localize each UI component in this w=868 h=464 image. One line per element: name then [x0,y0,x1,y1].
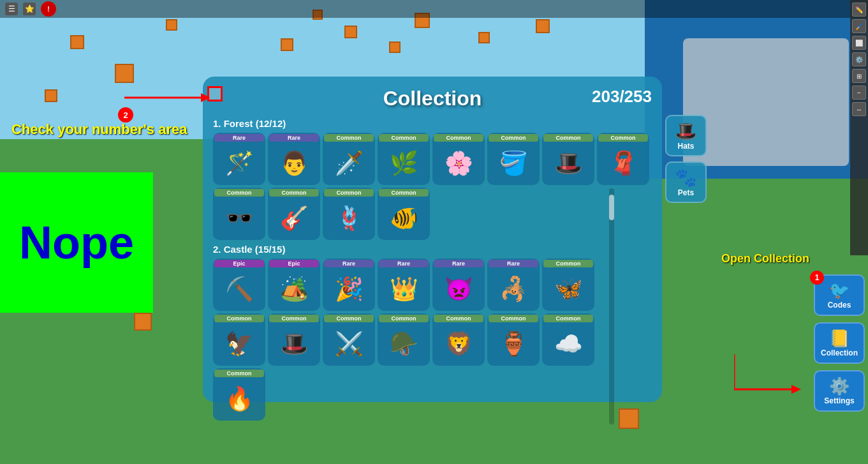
castle-item-r2-4[interactable]: Common 🦁 [432,313,485,366]
nope-box: Nope [0,172,153,313]
castle-item-r1-2[interactable]: Rare 🎉 [323,258,375,311]
collection-panel: Collection 203/253 🎩 Hats 🐾 Pets 1. Fore… [203,77,662,402]
item-icon: 👑 [390,269,418,310]
item-icon: 🎩 [280,324,309,364]
item-rarity: Common [489,315,538,322]
section2-label: 2. Castle (15/15) [213,244,652,255]
item-icon: 🦅 [225,324,254,364]
forest-item-1[interactable]: Rare 👨 [268,133,320,185]
item-icon: 🎩 [554,143,583,184]
castle-item-r2-6[interactable]: Common ☁️ [542,313,594,366]
castle-item-r1-5[interactable]: Rare 🦂 [487,258,540,311]
item-icon: 🦂 [499,269,528,310]
toolbar-paint[interactable]: 🖌️ [852,19,866,33]
item-icon: 🔥 [225,378,254,419]
deco-block [478,32,490,43]
item-rarity: Common [489,134,538,142]
item-icon: 🐠 [390,198,418,239]
collection-count: 203/253 [592,87,652,107]
item-rarity: Common [543,315,593,322]
open-collection-label: Open Collection [721,252,809,266]
castle-item-r2-1[interactable]: Common 🎩 [268,313,320,366]
item-rarity: Common [269,189,319,197]
forest-item-2[interactable]: Common 🗡️ [323,133,375,185]
right-toolbar: ✏️ 🖌️ ⬜ ⚙️ ⊞ − ↔ [850,0,868,255]
hats-tab[interactable]: 🎩 Hats [665,115,707,156]
pets-label: Pets [678,188,694,197]
castle-item-r1-4[interactable]: Rare 👿 [432,258,485,311]
item-rarity: Common [269,315,319,322]
forest-item-9[interactable]: Common 🎸 [268,188,320,240]
item-icon: 🗡️ [335,143,364,184]
item-icon: 🪄 [225,143,254,184]
scrollbar[interactable] [609,188,614,424]
item-rarity: Common [324,134,374,142]
toolbar-minus[interactable]: − [852,86,866,100]
forest-item-7[interactable]: Common 🧣 [597,133,649,185]
castle-items-grid3: Common 🔥 [213,368,652,421]
settings-button[interactable]: ⚙️ Settings [814,370,865,412]
item-rarity: Epic [269,260,319,267]
item-icon: 🪢 [335,198,364,239]
item-rarity: Epic [214,260,264,267]
deco-block [344,26,357,38]
menu-icon[interactable]: ☰ [5,3,18,15]
castle-item-r1-1[interactable]: Epic 🏕️ [268,258,320,311]
toolbar-box[interactable]: ⬜ [852,36,866,50]
forest-item-11[interactable]: Common 🐠 [378,188,430,240]
toolbar-grid[interactable]: ⊞ [852,69,866,83]
castle-item-r1-3[interactable]: Rare 👑 [378,258,430,311]
castle-item-r2-3[interactable]: Common 🪖 [378,313,430,366]
red-arrow-annotation [124,88,214,107]
forest-item-10[interactable]: Common 🪢 [323,188,375,240]
forest-item-5[interactable]: Common 🪣 [487,133,540,185]
toolbar-arrows[interactable]: ↔ [852,102,866,116]
castle-item-r2-5[interactable]: Common 🏺 [487,313,540,366]
forest-item-3[interactable]: Common 🌿 [378,133,430,185]
item-rarity: Common [379,315,429,322]
forest-item-0[interactable]: Rare 🪄 [213,133,265,185]
item-icon: 🌸 [445,143,473,184]
castle-item-r2-0[interactable]: Common 🦅 [213,313,265,366]
castle-item-r1-6[interactable]: Common 🦋 [542,258,594,311]
twitter-icon: 🐦 [829,281,850,301]
notification-badge: ! [41,1,56,17]
collection-arrow [734,354,811,399]
toolbar-settings[interactable]: ⚙️ [852,52,866,66]
deco-block [166,19,177,31]
item-icon: 🦋 [554,269,583,310]
collection-header: Collection 203/253 [213,87,652,110]
castle-item-r2-2[interactable]: Common ⚔️ [323,313,375,366]
item-rarity: Common [434,134,483,142]
forest-item-6[interactable]: Common 🎩 [542,133,594,185]
item-icon: ⚔️ [335,324,364,364]
castle-item-r1-0[interactable]: Epic ⛏️ [213,258,265,311]
item-rarity: Common [379,189,429,197]
castle-item-r3-0[interactable]: Common 🔥 [213,368,265,421]
castle-items-grid2: Common 🦅 Common 🎩 Common ⚔️ Common 🪖 Com… [213,313,652,366]
nope-text: Nope [19,216,134,269]
item-rarity: Common [543,134,593,142]
codes-button[interactable]: 1 🐦 Codes [814,274,865,316]
forest-item-8[interactable]: Common 🕶️ [213,188,265,240]
item-icon: 🏕️ [280,269,309,310]
pets-tab[interactable]: 🐾 Pets [665,161,707,203]
deco-block [45,89,57,102]
item-rarity: Rare [489,260,538,267]
check-annotation: Check your number's area [11,121,187,138]
forest-item-4[interactable]: Common 🌸 [432,133,485,185]
settings-label: Settings [824,396,854,405]
deco-block [536,19,550,33]
item-icon: 🪣 [499,143,528,184]
bookmark-icon[interactable]: ⭐ [23,3,36,15]
item-icon: 👿 [445,269,473,310]
scroll-thumb[interactable] [609,195,614,220]
codes-badge: 1 [810,271,824,285]
red-box-highlight [207,86,223,101]
item-rarity: Rare [379,260,429,267]
deco-block [115,64,134,83]
collection-title: Collection [383,87,482,110]
pets-icon: 🐾 [675,167,697,188]
toolbar-pencil[interactable]: ✏️ [852,3,866,17]
collection-button[interactable]: 📒 Collection [814,322,865,364]
